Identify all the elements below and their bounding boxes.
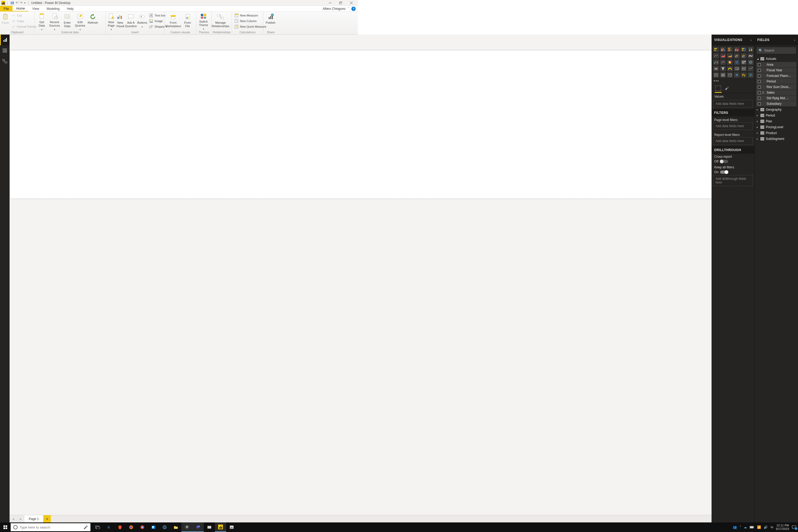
svg-rect-0 <box>12 2 13 3</box>
from-file-button[interactable]: From File <box>182 12 194 30</box>
column-icon <box>234 19 239 23</box>
svg-rect-4 <box>340 2 342 4</box>
svg-point-30 <box>150 20 151 21</box>
tab-file[interactable]: File <box>0 6 13 12</box>
refresh-icon <box>89 13 97 20</box>
shapes-icon <box>149 24 153 29</box>
svg-rect-38 <box>204 14 206 16</box>
image-icon <box>149 19 153 23</box>
svg-rect-54 <box>6 38 7 42</box>
get-data-icon <box>38 13 46 20</box>
data-view-button[interactable] <box>0 45 10 56</box>
from-marketplace-button[interactable]: From Marketplace <box>166 12 181 30</box>
new-page-button[interactable]: ✱ New Page <box>107 12 115 30</box>
switch-theme-button[interactable]: Switch Theme <box>197 12 210 30</box>
svg-rect-46 <box>237 19 238 23</box>
title-bar: | ↶ ↷ ▾ | Untitled - Power BI Desktop <box>0 0 358 6</box>
redo-icon[interactable]: ↷ <box>20 1 23 5</box>
collapse-ribbon-icon[interactable]: ˅ <box>348 7 349 11</box>
switch-theme-icon <box>199 13 208 19</box>
qat-customize-icon[interactable]: ▾ <box>24 1 25 4</box>
quick-measure-icon <box>234 24 239 29</box>
svg-rect-1 <box>12 3 13 4</box>
close-button[interactable] <box>346 0 357 6</box>
svg-text:A: A <box>150 14 152 17</box>
ribbon: Paste ✂Cut ⧉Copy 🖌Format Painter Clipboa… <box>0 12 358 35</box>
edit-queries-button[interactable]: Edit Queries <box>74 12 86 30</box>
group-label-insert: Insert <box>107 30 163 34</box>
copy-icon: ⧉ <box>12 19 16 23</box>
svg-rect-55 <box>3 49 7 52</box>
svg-rect-25 <box>139 15 145 18</box>
buttons-icon <box>138 13 147 20</box>
group-label-themes: Themes <box>197 30 210 34</box>
svg-rect-49 <box>270 16 271 19</box>
svg-rect-39 <box>201 17 203 19</box>
textbox-icon: A <box>149 13 153 18</box>
svg-rect-48 <box>269 17 270 19</box>
svg-rect-8 <box>4 14 7 15</box>
get-data-button[interactable]: Get Data <box>36 12 48 30</box>
tab-help[interactable]: Help <box>63 6 77 12</box>
ask-question-button[interactable]: Ask A Question <box>125 12 137 30</box>
model-view-button[interactable] <box>0 56 10 66</box>
new-visual-button[interactable]: New Visual <box>116 12 125 30</box>
signed-in-user[interactable]: Alfero Chingono <box>323 7 345 11</box>
save-icon[interactable] <box>11 1 14 5</box>
new-page-icon: ✱ <box>107 13 115 20</box>
group-label-calculations: Calculations <box>233 30 262 34</box>
new-column-button[interactable]: New Column <box>233 18 268 24</box>
paste-button: Paste <box>1 12 10 30</box>
clipboard-icon <box>1 13 10 20</box>
help-icon[interactable]: ? <box>352 7 356 11</box>
manage-relationships-button[interactable]: Manage Relationships <box>213 12 228 30</box>
svg-rect-23 <box>119 15 120 19</box>
publish-button[interactable]: Publish <box>264 12 277 30</box>
paintbrush-icon: 🖌 <box>12 24 16 29</box>
measure-icon <box>234 13 239 18</box>
svg-rect-36 <box>188 17 188 19</box>
relationships-icon <box>216 13 225 20</box>
refresh-button[interactable]: Refresh <box>87 12 99 30</box>
from-file-icon <box>183 13 192 20</box>
new-quick-measure-button[interactable]: New Quick Measure <box>233 24 268 29</box>
svg-point-26 <box>141 16 142 17</box>
recent-sources-button[interactable]: Recent Sources <box>49 12 61 30</box>
svg-rect-35 <box>187 17 187 19</box>
ask-question-icon <box>127 13 135 20</box>
svg-rect-52 <box>3 40 4 42</box>
svg-rect-22 <box>118 17 119 19</box>
new-measure-button[interactable]: New Measure <box>233 13 268 18</box>
enter-data-button[interactable]: Enter Data <box>61 12 73 30</box>
ribbon-tabs: File Home View Modeling Help Alfero Chin… <box>0 6 358 12</box>
svg-rect-7 <box>3 14 7 19</box>
report-view-button[interactable] <box>0 35 10 45</box>
enter-data-icon <box>63 13 72 20</box>
report-canvas[interactable]: ◄ ► Page 1 + <box>10 35 358 238</box>
buttons-button[interactable]: Buttons <box>137 12 147 30</box>
undo-icon[interactable]: ↶ <box>16 1 18 5</box>
cut-button: ✂Cut <box>10 13 38 18</box>
workspace: ◄ ► Page 1 + VISUALIZATIONS › <box>0 35 358 238</box>
quick-access-toolbar: | ↶ ↷ ▾ | <box>6 1 30 5</box>
tab-modeling[interactable]: Modeling <box>43 6 63 12</box>
tab-view[interactable]: View <box>28 6 43 12</box>
svg-rect-61 <box>5 62 7 63</box>
recent-sources-icon <box>50 13 59 20</box>
svg-rect-40 <box>204 17 206 19</box>
format-painter-button: 🖌Format Painter <box>10 24 38 29</box>
new-visual-icon <box>116 13 125 20</box>
svg-text:✱: ✱ <box>112 17 114 19</box>
minimize-button[interactable] <box>325 0 336 6</box>
svg-rect-41 <box>217 14 220 16</box>
report-page-surface[interactable] <box>11 50 358 199</box>
tab-home[interactable]: Home <box>13 6 28 12</box>
svg-rect-13 <box>65 14 70 19</box>
maximize-button[interactable] <box>336 0 346 6</box>
copy-button: ⧉Copy <box>10 18 38 24</box>
group-label-custom: Custom visuals <box>166 30 195 34</box>
edit-queries-icon <box>76 13 84 20</box>
marketplace-icon <box>169 13 177 20</box>
svg-rect-60 <box>3 59 4 61</box>
view-rail <box>0 35 10 238</box>
